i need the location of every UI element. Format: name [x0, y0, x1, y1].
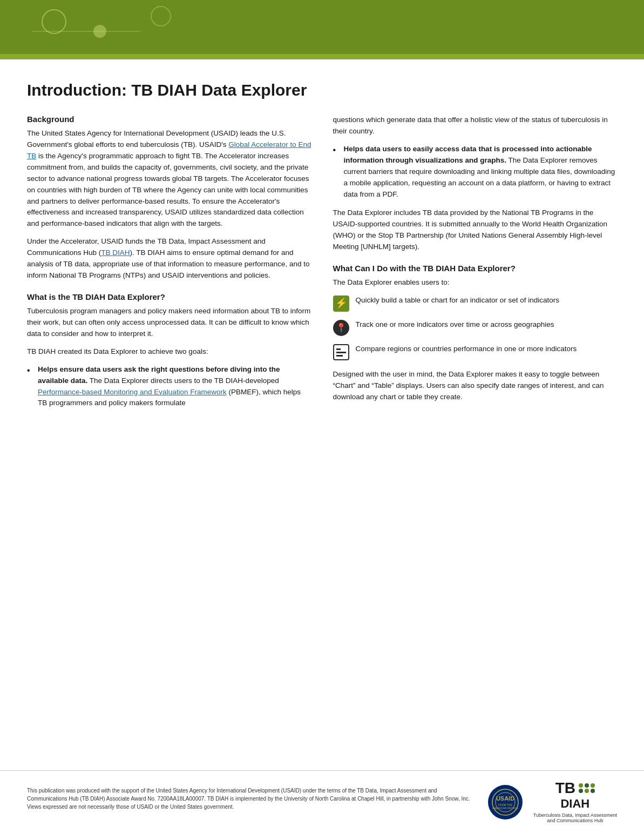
capabilities-list: ⚡ Quickly build a table or chart for an … [333, 295, 618, 360]
diah-dots [579, 783, 595, 793]
dot-1 [579, 783, 583, 788]
background-para-2: Under the Accelerator, USAID funds the T… [27, 236, 311, 281]
dot-4 [579, 789, 583, 793]
what-can-heading: What Can I Do with the TB DIAH Data Expl… [333, 264, 618, 273]
tbdiah-sublabel: Tuberculosis Data, Impact Assessmentand … [533, 812, 617, 823]
footer: This publication was produced with the s… [0, 770, 644, 833]
svg-rect-6 [336, 348, 341, 350]
diah-row-2 [579, 789, 595, 793]
page-title: Introduction: TB DIAH Data Explorer [27, 81, 617, 99]
right-column: questions which generate data that offer… [333, 115, 618, 760]
tbdiah-logo: TB DIAH [533, 781, 617, 823]
capability-2-item: 📍 Track one or more indicators over time… [333, 319, 618, 336]
diah-label-row: DIAH [560, 797, 589, 811]
goals-list: Helps ensure data users ask the right qu… [27, 364, 311, 409]
goal-1-item: Helps ensure data users ask the right qu… [27, 364, 311, 409]
capability-1-text: Quickly build a table or chart for an in… [356, 295, 559, 306]
goal-2-item: Helps data users to easily access data t… [333, 144, 618, 200]
content-area: Introduction: TB DIAH Data Explorer Back… [0, 59, 644, 770]
svg-text:AMERICAN PEOPLE: AMERICAN PEOPLE [492, 807, 518, 810]
page: Introduction: TB DIAH Data Explorer Back… [0, 0, 644, 833]
closing-para: Designed with the user in mind, the Data… [333, 369, 618, 403]
right-bullets: Helps data users to easily access data t… [333, 144, 618, 200]
svg-text:USAID: USAID [496, 795, 514, 802]
right-intro-text: questions which generate data that offer… [333, 115, 618, 137]
what-is-para-1: Tuberculosis program managers and policy… [27, 306, 311, 340]
dot-5 [585, 789, 589, 793]
compare-icon [333, 344, 349, 360]
tb-diah-link[interactable]: TB DIAH [101, 248, 130, 257]
global-accelerator-link[interactable]: Global Accelerator to End TB [27, 140, 311, 160]
left-column: Background The United States Agency for … [27, 115, 311, 760]
pbmef-link[interactable]: Performance-based Monitoring and Evaluat… [38, 388, 227, 396]
usaid-seal-svg: USAID FROM THE AMERICAN PEOPLE [492, 789, 519, 816]
capability-1-item: ⚡ Quickly build a table or chart for an … [333, 295, 618, 312]
header-graphic [0, 0, 644, 59]
header-banner [0, 0, 644, 59]
pin-icon: 📍 [333, 320, 349, 336]
compare-svg [335, 346, 347, 358]
tb-text: TB [555, 781, 575, 796]
diah-text: DIAH [560, 797, 589, 811]
footer-text: This publication was produced with the s… [27, 787, 472, 811]
footer-logos: USAID FROM THE AMERICAN PEOPLE TB [488, 781, 617, 823]
diah-row-1 [579, 783, 595, 788]
usaid-circle: USAID FROM THE AMERICAN PEOPLE [488, 785, 523, 819]
what-is-heading: What is the TB DIAH Data Explorer? [27, 292, 311, 301]
background-heading: Background [27, 115, 311, 124]
svg-rect-7 [336, 352, 346, 353]
two-column-layout: Background The United States Agency for … [27, 115, 617, 760]
capability-3-text: Compare regions or countries performance… [356, 344, 577, 355]
svg-point-3 [93, 25, 106, 38]
dot-6 [591, 789, 595, 793]
svg-rect-5 [0, 54, 644, 59]
lightning-icon: ⚡ [333, 295, 349, 312]
svg-point-9 [492, 789, 518, 815]
goal-2-bold: Helps data users to easily access data t… [344, 145, 592, 164]
goal-1-bold: Helps ensure data users ask the right qu… [38, 365, 280, 385]
data-explorer-para: The Data Explorer includes TB data provi… [333, 207, 618, 253]
what-is-para-2: TB DIAH created its Data Explorer to ach… [27, 346, 311, 358]
tbdiah-box: TB [555, 781, 595, 796]
dot-2 [585, 783, 589, 788]
capability-2-text: Track one or more indicators over time o… [356, 319, 554, 331]
capability-3-item: Compare regions or countries performance… [333, 344, 618, 360]
usaid-logo: USAID FROM THE AMERICAN PEOPLE [488, 785, 523, 819]
dot-3 [591, 783, 595, 788]
background-para-1: The United States Agency for Internation… [27, 128, 311, 230]
svg-rect-8 [336, 355, 343, 357]
what-can-intro: The Data Explorer enables users to: [333, 277, 618, 288]
